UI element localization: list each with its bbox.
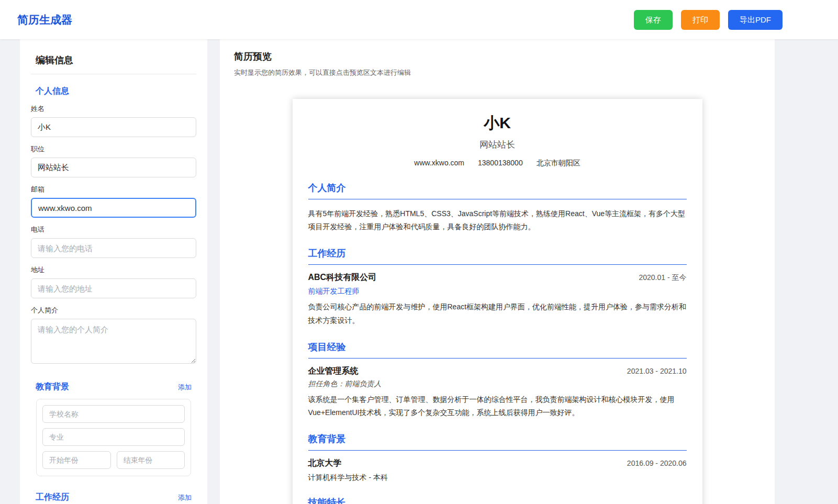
intro-field: 个人简介 <box>31 306 196 366</box>
project-period[interactable]: 2021.03 - 2021.10 <box>627 367 687 375</box>
save-button[interactable]: 保存 <box>634 10 673 30</box>
education-year-row <box>42 451 185 470</box>
resume-name[interactable]: 小K <box>308 113 687 134</box>
preview-subtitle: 实时显示您的简历效果，可以直接点击预览区文本进行编辑 <box>234 68 761 77</box>
education-add-button[interactable]: 添加 <box>178 383 192 392</box>
project-role[interactable]: 担任角色：前端负责人 <box>308 379 687 389</box>
app-title: 简历生成器 <box>17 13 72 27</box>
resume-intro-text[interactable]: 具有5年前端开发经验，熟悉HTML5、CSS3、JavaScript等前端技术，… <box>308 207 687 233</box>
header-actions: 保存 打印 导出PDF <box>634 10 783 30</box>
education-section-title: 教育背景 <box>36 382 69 393</box>
work-entry-head: ABC科技有限公司 2020.01 - 至今 <box>308 272 687 283</box>
export-pdf-button[interactable]: 导出PDF <box>728 10 783 30</box>
intro-label: 个人简介 <box>31 306 196 315</box>
work-section-row: 工作经历 添加 <box>31 492 196 503</box>
preview-title: 简历预览 <box>234 50 761 63</box>
resume-work-section-title: 工作经历 <box>308 247 687 265</box>
print-button[interactable]: 打印 <box>681 10 720 30</box>
work-company[interactable]: ABC科技有限公司 <box>308 272 377 283</box>
main-content: 编辑信息 个人信息 姓名 职位 邮箱 电话 地址 个人简介 教育背景 <box>0 39 838 504</box>
email-label: 邮箱 <box>31 185 196 194</box>
resume-contact: www.xkwo.com 13800138000 北京市朝阳区 <box>308 159 687 168</box>
phone-field: 电话 <box>31 225 196 258</box>
phone-input[interactable] <box>31 238 196 258</box>
name-field: 姓名 <box>31 104 196 137</box>
education-entry-head: 北京大学 2016.09 - 2020.06 <box>308 458 687 469</box>
major-input[interactable] <box>42 428 185 446</box>
position-field: 职位 <box>31 144 196 177</box>
project-entry-head: 企业管理系统 2021.03 - 2021.10 <box>308 366 687 377</box>
work-add-button[interactable]: 添加 <box>178 493 192 502</box>
position-input[interactable] <box>31 158 196 177</box>
education-entry-box <box>36 399 191 476</box>
name-input[interactable] <box>31 117 196 137</box>
resume-project-section: 项目经验 企业管理系统 2021.03 - 2021.10 担任角色：前端负责人… <box>308 341 687 419</box>
end-year-input[interactable] <box>117 451 185 469</box>
resume-work-section: 工作经历 ABC科技有限公司 2020.01 - 至今 前端开发工程师 负责公司… <box>308 247 687 327</box>
address-input[interactable] <box>31 278 196 298</box>
app-header: 简历生成器 保存 打印 导出PDF <box>0 0 838 39</box>
position-label: 职位 <box>31 144 196 154</box>
email-input[interactable] <box>31 198 196 218</box>
editor-title: 编辑信息 <box>31 52 196 74</box>
personal-info-section-title: 个人信息 <box>31 86 196 97</box>
project-name[interactable]: 企业管理系统 <box>308 366 359 377</box>
resume-project-section-title: 项目经验 <box>308 341 687 359</box>
resume-contact-website[interactable]: www.xkwo.com <box>414 159 464 168</box>
education-major[interactable]: 计算机科学与技术 - 本科 <box>308 473 687 483</box>
resume-skills-section: 技能特长 HTML5 CSS3 JavaScript React Vue <box>308 496 687 504</box>
resume-contact-phone[interactable]: 13800138000 <box>478 159 523 168</box>
education-section-row: 教育背景 添加 <box>31 382 196 393</box>
resume-skills-section-title: 技能特长 <box>308 496 687 504</box>
project-description[interactable]: 该系统是一个集客户管理、订单管理、数据分析于一体的综合性平台，我负责前端架构设计… <box>308 393 687 419</box>
resume-position[interactable]: 网站站长 <box>308 139 687 151</box>
work-role[interactable]: 前端开发工程师 <box>308 287 687 296</box>
work-period[interactable]: 2020.01 - 至今 <box>639 273 686 283</box>
address-label: 地址 <box>31 265 196 275</box>
phone-label: 电话 <box>31 225 196 234</box>
start-year-input[interactable] <box>42 451 111 469</box>
resume-intro-section: 个人简介 具有5年前端开发经验，熟悉HTML5、CSS3、JavaScript等… <box>308 182 687 233</box>
school-input[interactable] <box>42 405 185 423</box>
preview-panel: 简历预览 实时显示您的简历效果，可以直接点击预览区文本进行编辑 小K 网站站长 … <box>220 39 775 504</box>
resume-education-section: 教育背景 北京大学 2016.09 - 2020.06 计算机科学与技术 - 本… <box>308 433 687 483</box>
resume-intro-section-title: 个人简介 <box>308 182 687 199</box>
editor-panel: 编辑信息 个人信息 姓名 职位 邮箱 电话 地址 个人简介 教育背景 <box>20 39 207 504</box>
resume-preview-card: 小K 网站站长 www.xkwo.com 13800138000 北京市朝阳区 … <box>293 99 702 504</box>
resume-education-section-title: 教育背景 <box>308 433 687 451</box>
email-field: 邮箱 <box>31 185 196 218</box>
intro-textarea[interactable] <box>31 319 196 364</box>
work-section-title: 工作经历 <box>36 492 69 503</box>
education-school[interactable]: 北京大学 <box>308 458 342 469</box>
address-field: 地址 <box>31 265 196 298</box>
education-period[interactable]: 2016.09 - 2020.06 <box>627 459 687 467</box>
name-label: 姓名 <box>31 104 196 114</box>
resume-contact-address[interactable]: 北京市朝阳区 <box>537 159 580 168</box>
work-description[interactable]: 负责公司核心产品的前端开发与维护，使用React框架构建用户界面，优化前端性能，… <box>308 300 687 327</box>
